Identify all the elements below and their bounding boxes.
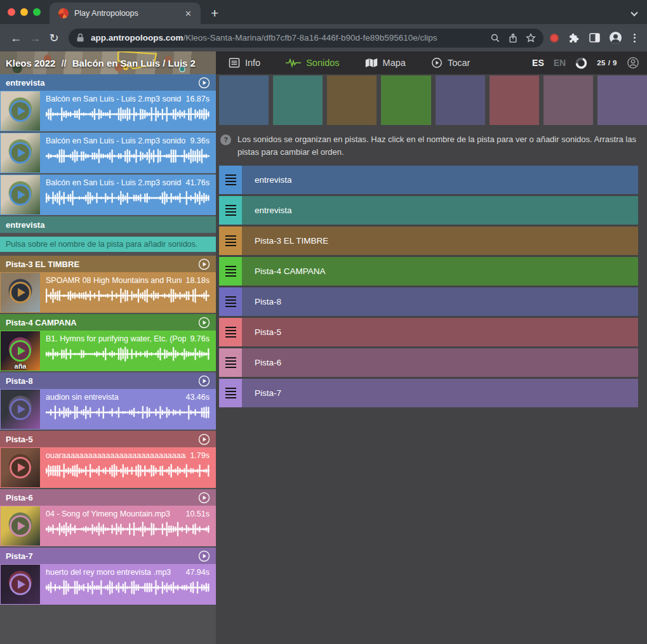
waveform[interactable] bbox=[46, 521, 210, 537]
track-row-body[interactable]: Pista-6 bbox=[242, 348, 638, 377]
tab-search-chevron-icon[interactable] bbox=[630, 9, 637, 16]
clip-play-button[interactable] bbox=[10, 515, 31, 537]
minimize-window-button[interactable] bbox=[20, 8, 28, 16]
audio-clip[interactable]: Balcón en San Luis - Luis 2.mp3 sonido h… bbox=[0, 174, 216, 215]
drag-handle[interactable] bbox=[219, 348, 242, 377]
waveform[interactable] bbox=[46, 287, 210, 304]
waveform[interactable] bbox=[46, 579, 210, 596]
waveform[interactable] bbox=[46, 190, 210, 206]
track-row[interactable]: Pista-5 bbox=[219, 318, 638, 346]
clip-play-button[interactable] bbox=[10, 100, 31, 122]
play-track-button[interactable] bbox=[198, 258, 210, 270]
record-indicator-icon[interactable] bbox=[550, 34, 559, 43]
address-bar[interactable]: app.antropoloops.com/Kleos-Santa-Marina/… bbox=[69, 29, 544, 48]
track-swatch[interactable] bbox=[490, 76, 539, 125]
track-header[interactable]: Pista-7 bbox=[0, 548, 216, 564]
clip-play-button[interactable] bbox=[10, 184, 31, 206]
track-swatch[interactable] bbox=[544, 76, 593, 125]
track-row-body[interactable]: entrevista bbox=[242, 196, 638, 225]
clip-thumbnail[interactable] bbox=[1, 565, 40, 604]
audio-clip[interactable]: audion sin entrevista43.46s bbox=[0, 389, 216, 430]
tab-mapa[interactable]: Mapa bbox=[365, 58, 406, 68]
clip-thumbnail[interactable] bbox=[1, 506, 40, 546]
track-row[interactable]: Pista-4 CAMPANA bbox=[219, 257, 638, 286]
clip-thumbnail[interactable] bbox=[1, 448, 40, 487]
track-swatch[interactable] bbox=[219, 76, 269, 125]
track-row-body[interactable]: Pista-7 bbox=[242, 379, 638, 407]
back-button[interactable]: ← bbox=[6, 32, 25, 44]
tab-info[interactable]: Info bbox=[229, 57, 260, 69]
track-row-body[interactable]: entrevista bbox=[242, 166, 638, 194]
track-header[interactable]: Pista-5 bbox=[0, 431, 216, 447]
drag-handle[interactable] bbox=[219, 257, 242, 286]
clip-play-button[interactable] bbox=[10, 340, 31, 362]
clip-play-button[interactable] bbox=[10, 398, 31, 420]
waveform[interactable] bbox=[46, 346, 210, 362]
play-track-button[interactable] bbox=[198, 550, 210, 562]
play-track-button[interactable] bbox=[198, 492, 210, 504]
audio-clip[interactable]: Balcón en San Luis - Luis 2.mp3 sonido h… bbox=[0, 91, 216, 131]
clip-thumbnail[interactable]: aña bbox=[1, 331, 40, 371]
audio-clip[interactable]: SPOAMR 08 High Mountains and Running ...… bbox=[0, 272, 216, 313]
audio-clip[interactable]: 04 - Song of Yimeng Mountain.mp310.51s bbox=[0, 506, 216, 546]
clip-play-button[interactable] bbox=[10, 282, 31, 303]
browser-menu-icon[interactable] bbox=[631, 34, 638, 43]
zoom-icon[interactable] bbox=[490, 33, 500, 43]
drag-handle[interactable] bbox=[219, 227, 242, 255]
play-track-button[interactable] bbox=[198, 433, 210, 445]
waveform[interactable] bbox=[46, 404, 210, 421]
clip-play-button[interactable] bbox=[10, 574, 31, 595]
track-row-body[interactable]: Pista-8 bbox=[242, 287, 638, 316]
drag-handle[interactable] bbox=[219, 318, 242, 346]
track-header[interactable]: Pista-4 CAMPANA bbox=[0, 314, 216, 331]
audio-clip[interactable]: ouaraaaaaaaaaaaaaaaaaaaaaaaaaaaaaaaaaaa.… bbox=[0, 447, 216, 488]
side-panel-icon[interactable] bbox=[589, 33, 600, 43]
extensions-puzzle-icon[interactable] bbox=[568, 32, 580, 44]
track-header[interactable]: entrevista bbox=[0, 74, 216, 91]
track-row[interactable]: Pista-3 EL TIMBRE bbox=[219, 227, 638, 255]
waveform[interactable] bbox=[46, 463, 210, 479]
new-tab-button[interactable]: + bbox=[201, 6, 218, 24]
forward-button[interactable]: → bbox=[25, 32, 44, 44]
browser-tab[interactable]: Play Antropoloops ✕ bbox=[50, 3, 201, 24]
drag-handle[interactable] bbox=[219, 287, 242, 316]
share-icon[interactable] bbox=[508, 33, 518, 43]
track-row-body[interactable]: Pista-4 CAMPANA bbox=[242, 257, 638, 286]
drag-handle[interactable] bbox=[219, 196, 242, 225]
track-swatch[interactable] bbox=[273, 76, 323, 125]
play-track-button[interactable] bbox=[198, 317, 210, 329]
tab-tocar[interactable]: Tocar bbox=[431, 57, 470, 69]
clip-thumbnail[interactable] bbox=[1, 273, 40, 312]
track-row[interactable]: Pista-8 bbox=[219, 287, 638, 316]
track-swatch[interactable] bbox=[597, 76, 647, 125]
close-tab-icon[interactable]: ✕ bbox=[182, 9, 194, 18]
clip-play-button[interactable] bbox=[10, 142, 31, 164]
breadcrumb-project[interactable]: Kleos 2022 bbox=[6, 58, 55, 69]
close-window-button[interactable] bbox=[8, 8, 15, 16]
track-header[interactable]: Pista-3 EL TIMBRE bbox=[0, 256, 216, 272]
play-track-button[interactable] bbox=[198, 77, 210, 89]
reload-button[interactable]: ↻ bbox=[44, 32, 63, 44]
waveform[interactable] bbox=[46, 148, 210, 164]
clip-thumbnail[interactable] bbox=[1, 91, 40, 131]
track-row-body[interactable]: Pista-3 EL TIMBRE bbox=[242, 227, 638, 255]
account-icon[interactable] bbox=[627, 56, 639, 69]
waveform[interactable] bbox=[46, 106, 210, 122]
browser-profile-avatar[interactable] bbox=[610, 32, 622, 44]
clip-thumbnail[interactable] bbox=[1, 175, 40, 214]
bookmark-star-icon[interactable] bbox=[526, 33, 536, 43]
audio-clip[interactable]: añaB1. Hymns for purifying water, Etc. (… bbox=[0, 331, 216, 371]
track-swatch[interactable] bbox=[381, 76, 430, 125]
audio-clip[interactable]: Balcón en San Luis - Luis 2.mp3 sonido h… bbox=[0, 133, 216, 173]
tab-sonidos[interactable]: Sonidos bbox=[286, 58, 339, 68]
clip-play-button[interactable] bbox=[10, 457, 31, 478]
track-row-body[interactable]: Pista-5 bbox=[242, 318, 638, 346]
audio-clip[interactable]: huerto del rey moro entrevista .mp347.94… bbox=[0, 564, 216, 605]
lang-en-button[interactable]: EN bbox=[554, 58, 566, 68]
track-row[interactable]: entrevista bbox=[219, 166, 638, 194]
track-header[interactable]: entrevista bbox=[0, 216, 216, 233]
play-track-button[interactable] bbox=[198, 375, 210, 387]
fullscreen-window-button[interactable] bbox=[33, 8, 41, 16]
track-row[interactable]: Pista-7 bbox=[219, 379, 638, 407]
clip-thumbnail[interactable] bbox=[1, 390, 40, 429]
